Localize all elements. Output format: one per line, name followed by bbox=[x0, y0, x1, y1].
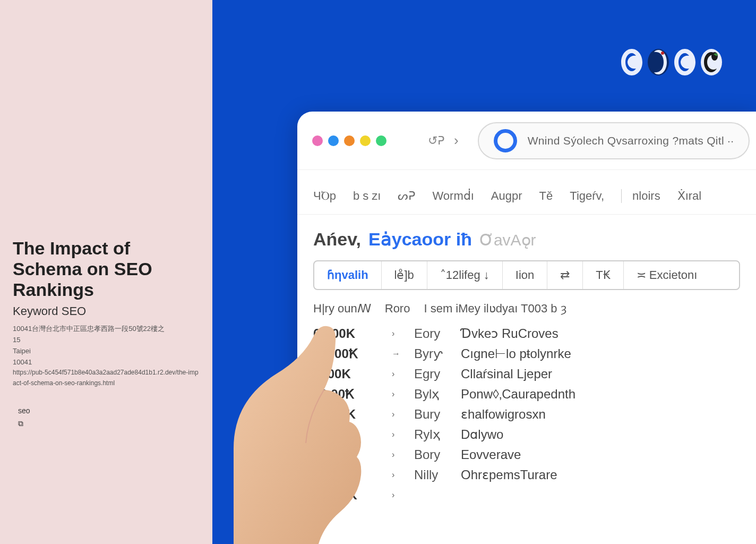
row-tag: Rylҳ bbox=[414, 427, 446, 442]
sub-0[interactable]: H|ry ounꟿ bbox=[313, 302, 371, 316]
row-num: S0 00Ҟ bbox=[313, 468, 377, 482]
table-row[interactable]: 1.3 00Ҟ→ Byrƴ Cıgne⊢lo pŧolynrke bbox=[313, 346, 740, 361]
row-tag: Bury bbox=[414, 407, 446, 422]
sub-row: H|ry ounꟿ Roro I sem iMey ilʋdyaı T003 b… bbox=[313, 302, 740, 316]
content-area: Ańev, Eȧycaoor iħ ƠavAǫr ɦηvalih le̊]b ˄… bbox=[297, 215, 756, 503]
tool-item-5[interactable]: Tě bbox=[539, 189, 553, 203]
chevron-right-icon: › bbox=[392, 369, 399, 379]
reload-icon[interactable]: ↺ᕈ bbox=[428, 134, 444, 148]
browser-window: ↺ᕈ › Wnind Sýolech Qvsarroxing ?mats Qit… bbox=[297, 112, 756, 544]
row-num: 8I 00K bbox=[313, 367, 377, 381]
window-dot-5[interactable] bbox=[376, 135, 386, 146]
row-tag: Byrƴ bbox=[414, 346, 446, 361]
tool-item-1[interactable]: b s zı bbox=[353, 189, 381, 203]
chevron-right-icon: › bbox=[392, 389, 399, 399]
table-row[interactable]: 1.7 00Ҟ› Rylҳ Dɑlywo bbox=[313, 427, 740, 442]
sub-1[interactable]: Roro bbox=[385, 302, 410, 316]
search-ring-icon bbox=[494, 129, 517, 152]
tool-bar: ЧꝹр b s zı ᔕᕈ Wormḋı Augpr Tě Tigeŕv, nl… bbox=[297, 170, 756, 215]
table-row[interactable]: 8I 00K› Egry Cllaŕsinal Ljeper bbox=[313, 367, 740, 381]
row-tag: Bylҳ bbox=[414, 387, 446, 402]
row-text: Eovverave bbox=[461, 447, 521, 462]
row-num: SE 00K bbox=[313, 488, 377, 503]
chevron-right-icon: › bbox=[392, 470, 399, 480]
table-row[interactable]: 80 00Ҟ› Bylҳ Ponw◊‚Caurapednth bbox=[313, 387, 740, 402]
filter-6[interactable]: ≍ Excietonı bbox=[624, 261, 710, 289]
page-subtitle: Keyword SEO bbox=[13, 304, 200, 318]
row-num: 3.2 00K bbox=[313, 447, 377, 462]
chevron-right-icon: › bbox=[392, 450, 399, 460]
filter-0[interactable]: ɦηvalih bbox=[314, 261, 382, 289]
logo-row bbox=[619, 47, 724, 78]
table-row[interactable]: Ӡ2 00K› Bury ɛhalfowigrosxn bbox=[313, 407, 740, 422]
chevron-right-icon: › bbox=[392, 329, 399, 338]
tool-item-3[interactable]: Wormḋı bbox=[432, 189, 474, 203]
sub-2: I sem iMey ilʋdyaı T003 b ȝ bbox=[424, 302, 566, 316]
window-dot-4[interactable] bbox=[360, 135, 371, 146]
row-text: Ɗvkeɔ RuCroves bbox=[461, 326, 559, 341]
headline: Ańev, Eȧycaoor iħ ƠavAǫr bbox=[313, 228, 740, 250]
row-text: ɛhalfowigrosxn bbox=[461, 407, 546, 422]
meta-address-1: 10041台灣台北市中正區忠孝西路一段50號22樓之 bbox=[13, 324, 200, 335]
address-bar-text: Wnind Sýolech Qvsarroxing ?mats Qitl ·· bbox=[528, 134, 734, 147]
svg-point-3 bbox=[711, 52, 718, 61]
tag-seo[interactable]: seo bbox=[13, 404, 36, 417]
meta-url: https://pub-5c454f571b8e40a3a2aad27ade84… bbox=[13, 368, 200, 388]
headline-b[interactable]: Eȧycaoor iħ bbox=[368, 228, 472, 250]
row-text: Cllaŕsinal Ljeper bbox=[461, 367, 552, 381]
tool-item-7[interactable]: nloirs bbox=[621, 189, 660, 203]
row-tag: Nilly bbox=[414, 468, 446, 482]
browser-top-bar: ↺ᕈ › Wnind Sýolech Qvsarroxing ?mats Qit… bbox=[297, 112, 756, 170]
headline-a: Ańev, bbox=[313, 229, 361, 250]
tag-box: seo ⧉ bbox=[13, 404, 200, 428]
row-tag: Egry bbox=[414, 367, 446, 381]
filter-5[interactable]: T₭ bbox=[583, 261, 623, 289]
logo-glyph-4 bbox=[699, 47, 724, 78]
filter-1[interactable]: le̊]b bbox=[382, 261, 427, 289]
chevron-right-icon: → bbox=[392, 349, 399, 359]
meta-zip: 10041 bbox=[13, 357, 200, 368]
forward-icon[interactable]: › bbox=[454, 132, 459, 149]
table-row[interactable]: S0 00Ҟ› Nilly OhrɛpemsTurare bbox=[313, 468, 740, 482]
logo-glyph-2 bbox=[646, 47, 671, 78]
meta-block: 10041台灣台北市中正區忠孝西路一段50號22樓之 15 Taipei 100… bbox=[13, 324, 200, 388]
row-text: Dɑlywo bbox=[461, 427, 503, 442]
filter-3[interactable]: Iion bbox=[503, 261, 547, 289]
page-title: The Impact of Schema on SEO Rankings bbox=[13, 238, 200, 300]
filter-2[interactable]: ˄12lifeg ↓ bbox=[427, 261, 503, 289]
chevron-right-icon: › bbox=[392, 490, 399, 500]
row-text: Ponw◊‚Caurapednth bbox=[461, 387, 575, 402]
chevron-right-icon: › bbox=[392, 410, 399, 419]
row-text: Cıgne⊢lo pŧolynrke bbox=[461, 346, 571, 361]
filter-4[interactable]: ⇄ bbox=[547, 261, 583, 289]
window-dot-1[interactable] bbox=[312, 135, 323, 146]
address-bar[interactable]: Wnind Sýolech Qvsarroxing ?mats Qitl ·· bbox=[478, 122, 750, 159]
headline-c: ƠavAǫr bbox=[479, 231, 536, 249]
row-num: 1.7 00Ҟ bbox=[313, 427, 377, 442]
left-sidebar: The Impact of Schema on SEO Rankings Key… bbox=[0, 0, 212, 544]
logo-glyph-1 bbox=[619, 47, 645, 78]
meta-address-2: 15 bbox=[13, 335, 200, 346]
tool-item-8[interactable]: Ẋıral bbox=[677, 189, 702, 203]
window-dot-2[interactable] bbox=[328, 135, 339, 146]
table-row[interactable]: 6Ɛ 00K› Eory Ɗvkeɔ RuCroves bbox=[313, 326, 740, 341]
row-num: 1.3 00Ҟ bbox=[313, 346, 377, 361]
svg-point-1 bbox=[661, 52, 664, 55]
row-tag: Bory bbox=[414, 447, 446, 462]
expand-icon[interactable]: ⧉ bbox=[13, 419, 200, 428]
tool-item-2[interactable]: ᔕᕈ bbox=[398, 189, 415, 203]
row-num: 6Ɛ 00K bbox=[313, 326, 377, 341]
logo-glyph-3 bbox=[672, 47, 698, 78]
data-list: 6Ɛ 00K› Eory Ɗvkeɔ RuCroves 1.3 00Ҟ→ Byr… bbox=[313, 326, 740, 503]
tool-item-4[interactable]: Augpr bbox=[491, 189, 522, 203]
chevron-right-icon: › bbox=[392, 430, 399, 439]
row-text: OhrɛpemsTurare bbox=[461, 468, 557, 482]
tool-item-0[interactable]: ЧꝹр bbox=[313, 189, 336, 203]
tool-item-6[interactable]: Tigeŕv, bbox=[570, 189, 604, 203]
table-row[interactable]: SE 00K› bbox=[313, 488, 740, 503]
window-dot-3[interactable] bbox=[344, 135, 355, 146]
row-num: Ӡ2 00K bbox=[313, 407, 377, 422]
table-row[interactable]: 3.2 00K› Bory Eovverave bbox=[313, 447, 740, 462]
window-controls[interactable] bbox=[312, 135, 386, 146]
row-num: 80 00Ҟ bbox=[313, 387, 377, 402]
